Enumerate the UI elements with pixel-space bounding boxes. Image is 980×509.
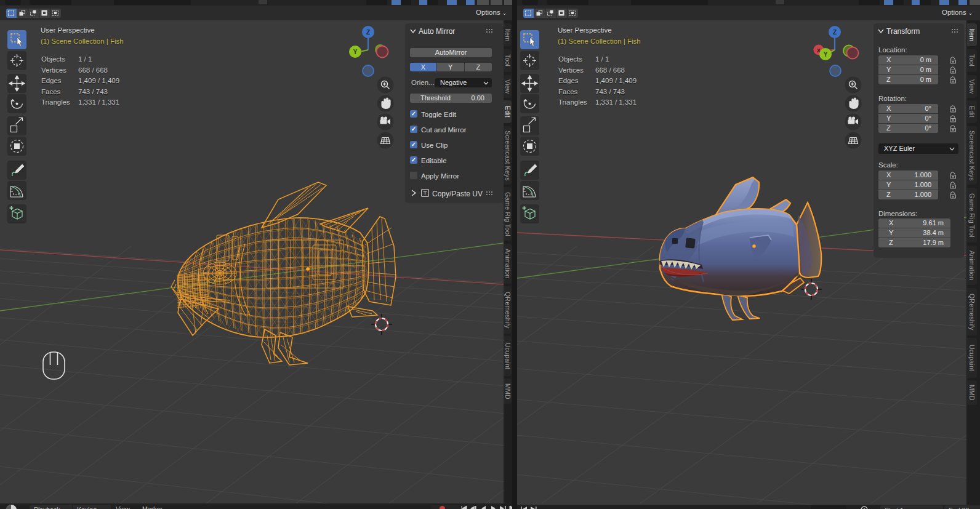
svg-text:Z: Z xyxy=(366,29,370,36)
svg-text:Y: Y xyxy=(824,51,828,58)
svg-text:Z: Z xyxy=(833,29,837,36)
svg-text:Y: Y xyxy=(353,49,358,55)
